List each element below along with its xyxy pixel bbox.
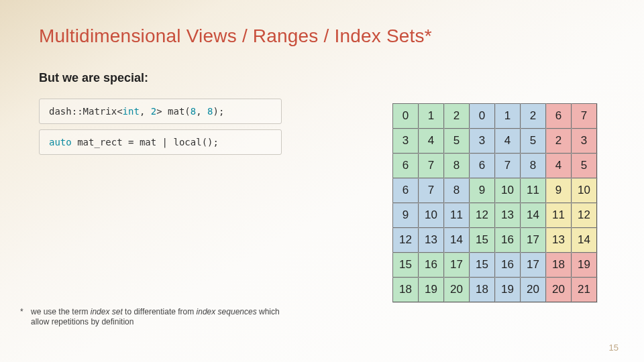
code-token: mat_rect: [77, 137, 122, 147]
code-token: mat: [140, 137, 156, 147]
page-number: 15: [609, 343, 619, 353]
code-token: =: [123, 137, 140, 147]
matrix-cell: 10: [572, 178, 597, 203]
footnote: *we use the term index set to differenti…: [20, 307, 292, 327]
matrix-cell: 3: [393, 129, 419, 154]
matrix-cell: 13: [546, 228, 572, 253]
code-token: ();: [202, 137, 219, 147]
matrix-cell: 18: [470, 278, 495, 302]
code-token: 8: [207, 106, 213, 117]
matrix-cell: 2: [546, 129, 572, 154]
matrix-cell: 16: [495, 228, 521, 253]
matrix-cell: 4: [495, 129, 521, 154]
matrix-cell: 2: [521, 104, 546, 129]
footnote-em: index sequences: [197, 307, 257, 316]
matrix-cell: 17: [521, 228, 546, 253]
matrix-cell: 9: [470, 178, 495, 203]
matrix-cell: 20: [444, 278, 470, 302]
matrix-cell: 19: [419, 278, 444, 302]
matrix-cell: 6: [393, 154, 419, 178]
matrix-cell: 14: [521, 203, 546, 228]
matrix-cell: 12: [572, 203, 597, 228]
code-token: 8: [191, 106, 196, 117]
matrix-cell: 4: [419, 129, 444, 154]
code-token: auto: [49, 137, 72, 147]
matrix-cell: 14: [444, 228, 470, 253]
matrix-cell: 12: [470, 203, 495, 228]
code-token: ,: [140, 106, 151, 117]
matrix-cell: 11: [521, 178, 546, 203]
matrix-cell: 17: [444, 253, 470, 278]
matrix-cell: 13: [495, 203, 521, 228]
code-token: dash: [49, 106, 72, 117]
code-token: <: [117, 106, 122, 117]
matrix-cell: 6: [393, 178, 419, 203]
code-token: >: [156, 106, 168, 117]
matrix-cell: 1: [419, 104, 444, 129]
matrix-cell: 4: [546, 154, 572, 178]
matrix-cell: 3: [572, 129, 597, 154]
matrix-cell: 20: [521, 278, 546, 302]
matrix-cell: 9: [546, 178, 572, 203]
footnote-em: index set: [91, 307, 123, 316]
matrix-cell: 5: [572, 154, 597, 178]
code-token: ,: [196, 106, 207, 117]
matrix-cell: 21: [572, 278, 597, 302]
slide-title: Multidimensional Views / Ranges / Index …: [39, 25, 605, 47]
code-column: dash::Matrix<int, 2> mat(8, 8); auto mat…: [39, 99, 282, 155]
matrix-cell: 14: [572, 228, 597, 253]
code-box-1: dash::Matrix<int, 2> mat(8, 8);: [39, 99, 282, 124]
matrix-cell: 6: [546, 104, 572, 129]
matrix-cell: 18: [546, 253, 572, 278]
matrix-cell: 15: [393, 253, 419, 278]
slide-subtitle: But we are special:: [39, 71, 605, 85]
matrix-cell: 10: [495, 178, 521, 203]
code-token: ): [213, 106, 219, 117]
matrix-cell: 15: [470, 253, 495, 278]
code-token: local: [173, 137, 201, 147]
footnote-text: to differentiate from: [123, 307, 197, 316]
code-token: mat: [168, 106, 184, 117]
code-token: (: [184, 106, 190, 117]
matrix-cell: 8: [444, 178, 470, 203]
matrix-cell: 0: [393, 104, 419, 129]
matrix-cell: 10: [419, 203, 444, 228]
code-token: ::: [72, 106, 83, 117]
matrix-cell: 17: [521, 253, 546, 278]
matrix-cell: 11: [546, 203, 572, 228]
matrix-cell: 12: [393, 228, 419, 253]
matrix-cell: 7: [419, 178, 444, 203]
matrix-cell: 6: [470, 154, 495, 178]
matrix-cell: 8: [521, 154, 546, 178]
matrix-cell: 0: [470, 104, 495, 129]
matrix-figure: 0120126734534523678678456789101191091011…: [392, 103, 597, 302]
matrix-cell: 1: [495, 104, 521, 129]
matrix-cell: 16: [495, 253, 521, 278]
footnote-body: we use the term index set to differentia…: [31, 307, 292, 327]
matrix-cell: 9: [393, 203, 419, 228]
matrix-cell: 2: [444, 104, 470, 129]
code-token: ;: [219, 106, 224, 117]
matrix-cell: 7: [572, 104, 597, 129]
matrix-cell: 8: [444, 154, 470, 178]
code-token: [72, 137, 77, 147]
matrix-cell: 18: [393, 278, 419, 302]
matrix-cell: 15: [470, 228, 495, 253]
matrix-cell: 11: [444, 203, 470, 228]
code-box-2: auto mat_rect = mat | local();: [39, 129, 282, 155]
matrix-table: 0120126734534523678678456789101191091011…: [392, 103, 597, 302]
matrix-cell: 5: [521, 129, 546, 154]
footnote-text: we use the term: [31, 307, 91, 316]
matrix-cell: 3: [470, 129, 495, 154]
matrix-cell: 7: [495, 154, 521, 178]
matrix-cell: 13: [419, 228, 444, 253]
matrix-cell: 16: [419, 253, 444, 278]
matrix-cell: 19: [495, 278, 521, 302]
slide: Multidimensional Views / Ranges / Index …: [0, 0, 644, 362]
footnote-marker: *: [20, 307, 31, 317]
code-token: 2: [151, 106, 156, 117]
matrix-cell: 7: [419, 154, 444, 178]
matrix-cell: 20: [546, 278, 572, 302]
code-token: Matrix: [83, 106, 117, 117]
matrix-cell: 5: [444, 129, 470, 154]
